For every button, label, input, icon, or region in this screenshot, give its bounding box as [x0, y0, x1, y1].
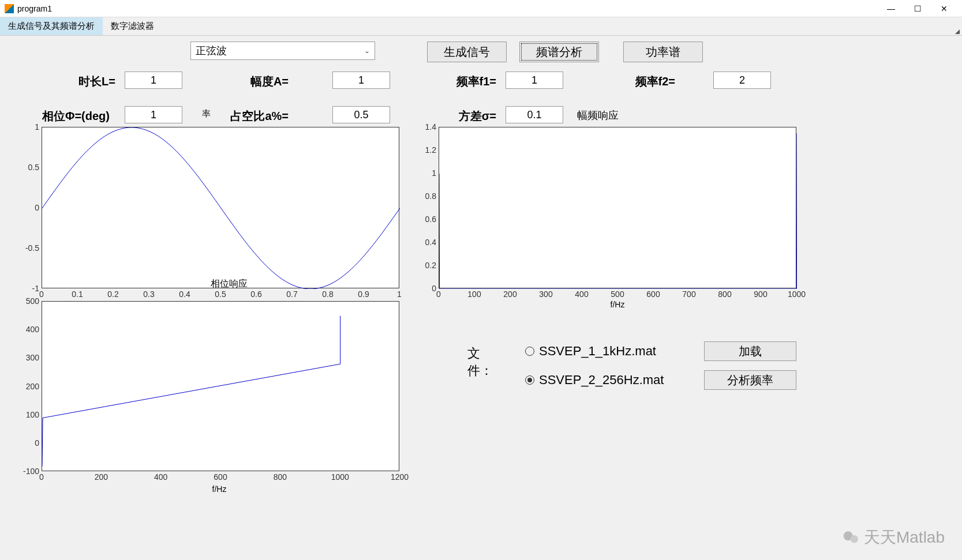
len-label: 时长L= [46, 74, 115, 89]
tabbar: 生成信号及其频谱分析 数字滤波器 [0, 17, 962, 36]
xtick: 300 [537, 290, 555, 299]
f1-label: 频率f1= [427, 74, 496, 89]
mag-plot-svg [439, 127, 797, 289]
phase-chart [42, 301, 399, 471]
content: 正弦波 ⌄ 生成信号 频谱分析 功率谱 时长L= 1 幅度A= 1 频率f1= … [0, 36, 962, 560]
ytick: 200 [17, 382, 39, 391]
chevron-down-icon: ⌄ [364, 47, 370, 55]
chart2-xlabel: f/Hz [202, 484, 237, 494]
svg-point-1 [851, 535, 858, 543]
power-button[interactable]: 功率谱 [623, 42, 703, 62]
ytick: 0 [17, 438, 39, 448]
maximize-button[interactable]: ☐ [904, 1, 931, 17]
xtick: 800 [271, 472, 289, 482]
file-radio-2[interactable] [525, 375, 534, 385]
xtick: 0.2 [104, 290, 122, 299]
xtick: 200 [92, 472, 110, 482]
xtick: 500 [609, 290, 626, 299]
waveform-select[interactable]: 正弦波 ⌄ [190, 42, 375, 60]
f2-input[interactable]: 2 [713, 72, 771, 89]
duty-label: 占空比a%= [214, 108, 289, 124]
file-label: 文件： [467, 345, 493, 379]
phase-plot-svg [42, 302, 400, 472]
load-button[interactable]: 加载 [704, 341, 796, 361]
ytick: 0 [17, 203, 39, 212]
signal-plot-svg [42, 127, 400, 289]
ytick: 0.5 [17, 163, 39, 172]
truncated-text: 率 [202, 108, 211, 119]
amp-label: 幅度A= [225, 74, 289, 89]
phase-label: 相位Φ=(deg) [6, 108, 110, 124]
window-title: program1 [17, 4, 878, 13]
watermark: 天天Matlab [842, 527, 945, 548]
ytick: 400 [17, 325, 39, 334]
phase-resp-label: 相位响应 [211, 278, 248, 290]
xtick: 0.5 [212, 290, 229, 299]
len-input[interactable]: 1 [125, 72, 182, 89]
xtick: 0.8 [319, 290, 336, 299]
xtick: 100 [466, 290, 483, 299]
file-radio-1[interactable] [525, 347, 534, 356]
ytick: -1 [17, 284, 39, 293]
file-opt2: SSVEP_2_256Hz.mat [539, 373, 664, 388]
xtick: 0.4 [176, 290, 193, 299]
xtick: 900 [752, 290, 769, 299]
ytick: 1 [17, 122, 39, 131]
xtick: 1200 [391, 472, 408, 482]
xtick: 0.1 [69, 290, 86, 299]
ytick: 0.4 [414, 238, 436, 247]
minimize-button[interactable]: — [878, 1, 904, 17]
ytick: 1 [414, 168, 436, 178]
xtick: 1000 [788, 290, 805, 299]
mag-resp-label: 幅频响应 [577, 108, 619, 122]
var-label: 方差σ= [427, 108, 496, 124]
ytick: 0.6 [414, 215, 436, 224]
ytick: 1.4 [414, 122, 436, 131]
duty-input[interactable]: 0.5 [332, 106, 390, 123]
chart3-xlabel: f/Hz [600, 300, 635, 309]
ytick: 1.2 [414, 145, 436, 155]
ytick: 500 [17, 296, 39, 306]
xtick: 800 [716, 290, 733, 299]
f1-input[interactable]: 1 [506, 72, 563, 89]
ytick: -100 [17, 467, 39, 476]
xtick: 1000 [331, 472, 349, 482]
amp-input[interactable]: 1 [332, 72, 390, 89]
ytick: 0.8 [414, 191, 436, 201]
window-controls: — ☐ ✕ [878, 1, 957, 17]
xtick: 600 [212, 472, 229, 482]
xtick: 0.6 [248, 290, 265, 299]
ytick: 0 [414, 284, 436, 293]
var-input[interactable]: 0.1 [506, 106, 563, 123]
phase-input[interactable]: 1 [125, 106, 182, 123]
xtick: 400 [573, 290, 590, 299]
ytick: 0.2 [414, 261, 436, 270]
analyze-button[interactable]: 分析频率 [704, 370, 796, 390]
wechat-icon [842, 528, 860, 547]
tab-corner-icon [955, 29, 960, 34]
ytick: -0.5 [17, 243, 39, 253]
watermark-text: 天天Matlab [864, 527, 945, 548]
ytick: 300 [17, 353, 39, 362]
xtick: 0.3 [140, 290, 158, 299]
close-button[interactable]: ✕ [931, 1, 957, 17]
spectrum-button[interactable]: 频谱分析 [519, 42, 599, 62]
magnitude-chart [439, 127, 796, 288]
ytick: 100 [17, 410, 39, 419]
xtick: 200 [501, 290, 519, 299]
xtick: 400 [152, 472, 170, 482]
f2-label: 频率f2= [606, 74, 675, 89]
xtick: 1 [391, 290, 408, 299]
xtick: 600 [645, 290, 662, 299]
xtick: 700 [680, 290, 698, 299]
titlebar: program1 — ☐ ✕ [0, 0, 962, 17]
tab-signal-gen[interactable]: 生成信号及其频谱分析 [0, 17, 103, 35]
tab-filter[interactable]: 数字滤波器 [103, 17, 162, 35]
xtick: 0.9 [355, 290, 372, 299]
waveform-value: 正弦波 [196, 44, 227, 58]
xtick: 0.7 [283, 290, 301, 299]
generate-button[interactable]: 生成信号 [427, 42, 507, 62]
file-opt1: SSVEP_1_1kHz.mat [539, 344, 656, 359]
signal-chart [42, 127, 399, 288]
app-icon [5, 4, 14, 13]
